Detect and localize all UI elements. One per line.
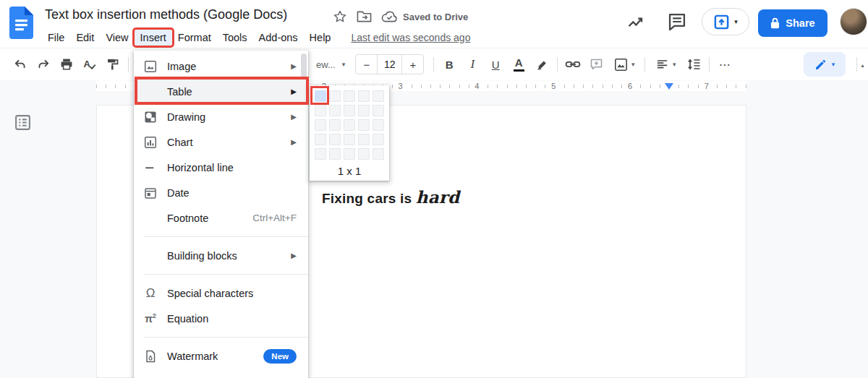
menu-item-date[interactable]: Date — [134, 180, 308, 205]
star-icon[interactable] — [333, 9, 347, 24]
redo-button[interactable] — [34, 54, 53, 74]
table-grid-cell-4x4[interactable] — [358, 134, 370, 145]
table-grid-cell-5x4[interactable] — [358, 148, 370, 160]
menu-scrollbar[interactable] — [301, 53, 307, 78]
table-grid-cell-2x5[interactable] — [373, 105, 384, 116]
table-grid-cell-5x2[interactable] — [329, 148, 341, 160]
highlighter-icon[interactable] — [532, 54, 551, 74]
add-comment-button[interactable] — [587, 54, 605, 74]
menu-item-special-characters[interactable]: ΩSpecial characters — [134, 280, 308, 306]
table-grid-cell-4x3[interactable] — [344, 134, 355, 145]
equation-icon: π2 — [143, 313, 158, 324]
table-grid-cell-3x5[interactable] — [373, 119, 384, 131]
chevron-down-icon: ▾ — [734, 19, 738, 25]
menu-item-watermark[interactable]: WatermarkNew — [134, 343, 308, 369]
table-grid-cell-4x1[interactable] — [315, 134, 326, 145]
comment-icon[interactable] — [667, 12, 687, 35]
print-button[interactable] — [57, 54, 76, 74]
indent-marker-icon[interactable] — [665, 83, 673, 90]
collapse-toolbar-icon[interactable]: ▴ — [861, 61, 867, 67]
line-spacing-button[interactable] — [684, 54, 703, 74]
font-size-input[interactable]: 12 — [377, 55, 402, 74]
present-icon — [713, 14, 730, 30]
document-outline-button[interactable] — [12, 112, 33, 132]
menu-item-chart[interactable]: Chart▶ — [134, 129, 308, 155]
font-size-control: − 12 + — [355, 54, 424, 74]
table-grid-cell-4x2[interactable] — [329, 134, 341, 145]
menu-file[interactable]: File — [42, 30, 70, 46]
undo-button[interactable] — [11, 54, 30, 74]
document-title[interactable]: Text box insertion methods (Google Docs) — [45, 7, 287, 22]
menu-help[interactable]: Help — [304, 30, 337, 46]
bold-button[interactable]: B — [440, 54, 459, 74]
menu-item-building-blocks[interactable]: Building blocks▶ — [134, 243, 308, 268]
menu-item-drawing[interactable]: Drawing▶ — [134, 104, 308, 129]
menu-item-image[interactable]: Image▶ — [134, 53, 308, 79]
align-button[interactable]: ▾ — [651, 54, 680, 74]
font-dropdown[interactable]: ew... ▾ — [316, 59, 345, 70]
decrease-font-size-button[interactable]: − — [356, 59, 377, 71]
menu-view[interactable]: View — [100, 30, 134, 46]
table-grid-cell-5x1[interactable] — [315, 148, 326, 160]
last-edit-status[interactable]: Last edit was seconds ago — [351, 32, 470, 43]
menu-item-label: Watermark — [167, 351, 218, 362]
table-grid-cell-3x1[interactable] — [315, 119, 326, 131]
menu-item-horizontal-line[interactable]: Horizontal line — [134, 155, 308, 180]
move-folder-icon[interactable] — [357, 10, 372, 23]
menu-item-footnote[interactable]: FootnoteCtrl+Alt+F — [134, 205, 308, 231]
menu-item-table[interactable]: Table▶ — [134, 79, 308, 104]
table-grid-cell-2x3[interactable] — [344, 105, 355, 116]
ruler-number-7: 7 — [702, 82, 711, 90]
table-grid-cell-2x4[interactable] — [358, 105, 370, 116]
editing-mode-button[interactable]: ▾ — [804, 52, 846, 77]
table-grid-cell-1x5[interactable] — [373, 90, 384, 102]
menu-insert[interactable]: Insert — [135, 30, 172, 46]
date-icon — [143, 186, 158, 199]
table-grid-cell-2x2[interactable] — [329, 105, 341, 116]
increase-font-size-button[interactable]: + — [402, 59, 423, 71]
menu-item-equation[interactable]: π2Equation — [134, 306, 308, 331]
menu-item-label: Equation — [167, 313, 208, 325]
saved-status[interactable]: Saved to Drive — [381, 11, 468, 23]
document-text-regular: Fixing cars is — [322, 191, 416, 206]
docs-logo[interactable] — [9, 7, 33, 42]
menu-tools[interactable]: Tools — [217, 30, 253, 46]
insert-image-button[interactable]: ▾ — [610, 54, 639, 74]
toolbar: A ew... ▾ − 12 + B I U A — [0, 48, 868, 80]
table-grid-cell-2x1[interactable] — [315, 105, 326, 116]
table-grid-cell-3x2[interactable] — [329, 119, 341, 131]
spellcheck-button[interactable]: A — [80, 54, 99, 74]
table-grid-cell-1x1[interactable] — [315, 90, 326, 102]
table-grid-cell-1x2[interactable] — [329, 90, 341, 102]
table-grid-cell-5x3[interactable] — [344, 148, 355, 160]
share-button[interactable]: Share — [758, 9, 827, 37]
pencil-icon — [814, 59, 827, 71]
table-grid-cell-1x3[interactable] — [344, 90, 355, 102]
avatar[interactable] — [840, 8, 867, 35]
present-button[interactable]: ▾ — [702, 8, 749, 35]
italic-button[interactable]: I — [463, 54, 482, 74]
insert-link-button[interactable] — [563, 54, 582, 74]
header: Text box insertion methods (Google Docs)… — [0, 0, 868, 48]
more-toolbar-button[interactable]: ⋯ — [715, 54, 734, 74]
shortcut-label: Ctrl+Alt+F — [252, 212, 297, 223]
underline-button[interactable]: U — [486, 54, 505, 74]
menu-edit[interactable]: Edit — [70, 30, 100, 46]
table-grid-cell-5x5[interactable] — [373, 148, 384, 160]
font-name-label: ew... — [316, 59, 336, 70]
watermark-icon — [143, 350, 158, 363]
table-grid-cell-4x5[interactable] — [373, 134, 384, 145]
table-grid — [315, 90, 384, 160]
text-color-button[interactable]: A — [509, 54, 528, 74]
table-grid-cell-3x3[interactable] — [344, 119, 355, 131]
menubar: FileEditViewInsertFormatToolsAdd-onsHelp… — [42, 28, 470, 47]
table-grid-cell-1x4[interactable] — [358, 90, 370, 102]
svg-text:A: A — [84, 59, 91, 69]
activity-icon[interactable] — [626, 12, 647, 35]
submenu-arrow-icon: ▶ — [291, 252, 297, 259]
paint-format-button[interactable] — [103, 54, 122, 74]
menu-add-ons[interactable]: Add-ons — [253, 30, 304, 46]
menu-format[interactable]: Format — [172, 30, 217, 46]
table-grid-cell-3x4[interactable] — [358, 119, 370, 131]
insert-menu-items: Image▶Table▶Drawing▶Chart▶Horizontal lin… — [134, 53, 308, 369]
